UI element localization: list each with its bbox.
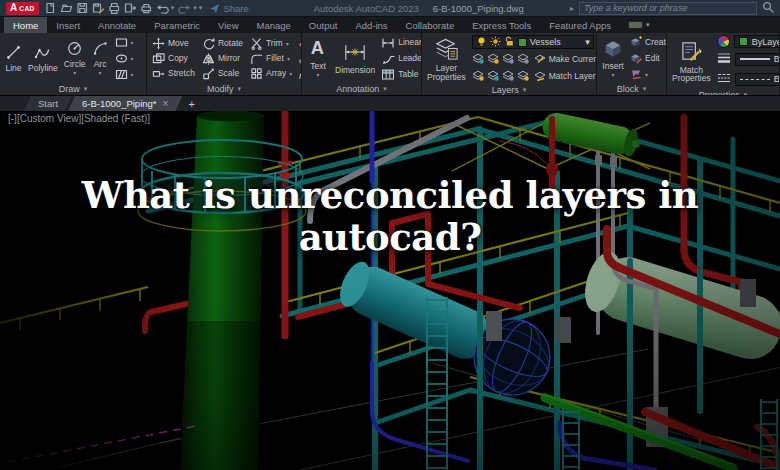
viewport-controls[interactable]: [-][Custom View][Shaded (Fast)] (8, 113, 150, 124)
ellipse-button[interactable]: ▾ (115, 51, 134, 65)
layer-state-icon-5[interactable] (472, 69, 484, 83)
panel-label-block[interactable]: Block▾ (597, 83, 666, 95)
app-title: Autodesk AutoCAD 2023 (314, 3, 419, 14)
polyline-icon (34, 44, 51, 63)
print-icon[interactable] (140, 2, 152, 14)
lineweight-dropdown[interactable]: ByLayer (735, 53, 780, 66)
tab-collaborate[interactable]: Collaborate (397, 17, 464, 33)
undo-caret-icon[interactable]: ▾ (171, 4, 175, 12)
search-icon[interactable] (762, 1, 774, 15)
search-input[interactable] (584, 3, 752, 13)
hatch-button[interactable]: ▾ (115, 67, 134, 81)
panel-draw: Line Polyline Circle ▾ Arc ▾ ▾ (0, 33, 147, 95)
file-tab-start[interactable]: Start (24, 96, 72, 111)
tab-manage[interactable]: Manage (248, 17, 300, 33)
table-icon (381, 68, 395, 81)
mirror-button[interactable]: Mirror (202, 51, 243, 65)
tab-parametric[interactable]: Parametric (145, 17, 209, 33)
open-file-icon[interactable] (60, 2, 72, 14)
layer-state-icon-1[interactable] (472, 52, 484, 66)
mirror-icon (202, 52, 215, 65)
close-tab-icon[interactable]: × (163, 98, 169, 109)
text-button[interactable]: A Text ▾ (307, 37, 329, 78)
tab-add-ins[interactable]: Add-ins (346, 17, 396, 33)
circle-button[interactable]: Circle ▾ (64, 40, 86, 76)
tab-home[interactable]: Home (4, 17, 47, 33)
array-button[interactable]: Array▾ (250, 66, 292, 80)
create-block-button[interactable]: Create (630, 35, 667, 49)
heading-line-2: autocad? (0, 217, 780, 259)
rotate-button[interactable]: Rotate (202, 36, 243, 50)
undo-button[interactable] (156, 2, 169, 14)
scale-button[interactable]: Scale (202, 66, 243, 80)
save-icon[interactable] (76, 2, 88, 14)
layer-state-icon-4[interactable] (517, 52, 529, 66)
line-button[interactable]: Line (5, 44, 22, 73)
search-prev-icon[interactable]: ▸ (570, 4, 574, 13)
save-as-icon[interactable] (92, 2, 104, 14)
move-button[interactable]: Move (152, 36, 195, 50)
tab-express-tools[interactable]: Express Tools (463, 17, 540, 33)
file-tab-document[interactable]: 6-B-1000_Piping* × (68, 96, 182, 111)
export-icon[interactable] (124, 2, 136, 14)
tab-output[interactable]: Output (300, 17, 347, 33)
fillet-icon (250, 52, 263, 65)
rectangle-button[interactable]: ▾ (115, 35, 134, 49)
linetype-dropdown[interactable]: ByLayer (735, 73, 780, 86)
leader-button[interactable]: Leader▾ (381, 51, 422, 65)
app-menu-button[interactable]: A CAD (6, 2, 39, 15)
panel-label-annotation[interactable]: Annotation▾ (302, 83, 421, 95)
search-box (579, 2, 757, 15)
arc-button[interactable]: Arc ▾ (92, 40, 109, 76)
layer-properties-button[interactable]: Layer Properties (427, 36, 466, 82)
tab-insert[interactable]: Insert (47, 17, 89, 33)
new-tab-button[interactable]: + (178, 96, 204, 111)
redo-caret-icon[interactable]: ▾ (193, 4, 197, 12)
polyline-button[interactable]: Polyline (28, 44, 58, 73)
new-file-icon[interactable] (44, 2, 56, 14)
qat-customize-button[interactable]: ▾ (199, 4, 203, 12)
arc-caret-icon: ▾ (99, 70, 102, 76)
tab-featured-apps[interactable]: Featured Apps (540, 17, 620, 33)
plot-icon[interactable] (108, 2, 120, 14)
edit-block-button[interactable]: Edit (630, 51, 667, 65)
panel-label-modify[interactable]: Modify▾ (147, 83, 301, 95)
panel-block: Insert ▾ Create Edit ▾ Block▾ (597, 33, 667, 95)
object-color-dropdown[interactable]: ByLayer ▾ (734, 35, 780, 48)
layer-state-icon-6[interactable] (487, 69, 499, 83)
share-button[interactable]: Share (209, 3, 248, 14)
fillet-button[interactable]: Fillet▾ (250, 51, 292, 65)
layer-state-icon-2[interactable] (487, 52, 499, 66)
tab-annotate[interactable]: Annotate (89, 17, 145, 33)
share-plane-icon (209, 3, 220, 14)
match-layer-button[interactable]: Match Layer (534, 69, 596, 83)
make-current-button[interactable]: Make Current (534, 52, 597, 66)
window-title: Autodesk AutoCAD 2023 6-B-1000_Piping.dw… (314, 3, 524, 14)
insert-block-icon (602, 37, 624, 61)
dimension-button[interactable]: Dimension (335, 41, 375, 75)
table-button[interactable]: Table (381, 67, 422, 81)
layer-state-icon-8[interactable] (517, 69, 529, 83)
lineweight-value: ByLayer (774, 54, 780, 64)
trim-button[interactable]: Trim▾ (250, 36, 292, 50)
stretch-button[interactable]: Stretch (152, 66, 195, 80)
redo-button[interactable] (178, 2, 191, 14)
layer-color-swatch (518, 38, 527, 47)
panel-label-properties[interactable]: Properties▾ (667, 90, 779, 95)
svg-text:A: A (311, 38, 324, 59)
layer-state-icon-3[interactable] (502, 52, 514, 66)
panel-label-draw[interactable]: Draw▾ (0, 83, 146, 95)
linear-dimension-button[interactable]: Linear▾ (381, 35, 422, 49)
block-attributes-button[interactable]: ▾ (630, 67, 667, 81)
layer-state-icon-7[interactable] (502, 69, 514, 83)
match-properties-button[interactable]: Match Properties (672, 40, 711, 84)
quick-access-toolbar: ▾ ▾ ▾ (44, 2, 203, 14)
tab-view[interactable]: View (209, 17, 247, 33)
line-icon (5, 44, 22, 63)
ribbon-display-button[interactable]: ▾ (620, 17, 658, 33)
copy-button[interactable]: Copy (152, 51, 195, 65)
insert-block-button[interactable]: Insert ▾ (602, 37, 624, 78)
panel-label-layers[interactable]: Layers▾ (422, 85, 596, 95)
drawing-viewport[interactable]: [-][Custom View][Shaded (Fast)] What is … (0, 111, 780, 470)
layer-dropdown[interactable]: Vessels ▾ (472, 35, 594, 49)
